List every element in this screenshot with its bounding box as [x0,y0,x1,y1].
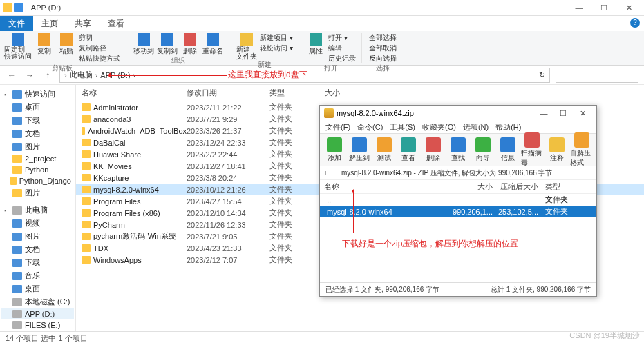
back-button[interactable]: ← [6,69,18,81]
zip-menu-opt[interactable]: 选项(N) [463,122,489,132]
zip-add-button[interactable]: 添加 [323,137,346,163]
history-button[interactable]: 历史记录 [328,54,356,63]
minimize-button[interactable]: — [567,0,591,16]
breadcrumb-pc[interactable]: 此电脑 [70,70,93,80]
pin-button[interactable]: 固定到 快速访问 [4,33,32,60]
zip-col-packed[interactable]: 压缩后大小 [493,181,541,192]
zip-wizard-button[interactable]: 向导 [471,137,495,163]
breadcrumb[interactable]: › 此电脑 › APP (D:) › ↻ [59,68,550,83]
properties-button[interactable]: 属性 [306,33,325,56]
zip-test-button[interactable]: 测试 [372,137,396,163]
watermark: CSDN @19半城烟沙 [569,331,640,341]
zip-find-button[interactable]: 查找 [446,137,470,163]
col-date[interactable]: 修改日期 [187,88,269,98]
zip-menu-fav[interactable]: 收藏夹(O) [422,122,456,132]
forward-button[interactable]: → [23,69,36,81]
zip-info-button[interactable]: 信息 [496,137,520,163]
newitem-button[interactable]: 新建项目 ▾ [260,33,293,43]
paste-button[interactable]: 粘贴 [57,33,76,56]
sidebar-dl2[interactable]: 下载 [1,256,74,269]
delete-button[interactable]: 删除 [180,33,200,56]
up-icon[interactable]: ↑ [324,169,328,177]
tab-home[interactable]: 主页 [33,16,66,31]
zip-delete-button[interactable]: 删除 [422,137,445,163]
zip-scan-button[interactable]: 扫描病毒 [521,132,544,168]
tab-file[interactable]: 文件 [0,16,33,31]
moveto-button[interactable]: 移动到 [133,33,154,56]
selectinvert-button[interactable]: 反向选择 [369,54,397,63]
copy-button[interactable]: 复制 [35,33,54,56]
zip-header: 名称 大小 压缩后大小 类型 [320,180,596,194]
zip-titlebar: mysql-8.2.0-winx64.zip — ☐ ✕ [320,106,596,121]
rename-button[interactable]: 重命名 [202,33,223,56]
zip-extract-button[interactable]: 解压到 [348,137,371,163]
zip-sfx-button[interactable]: 自解压格式 [570,132,594,168]
selectall-button[interactable]: 全部选择 [369,33,397,43]
sidebar-pics2[interactable]: 图片 [1,186,74,199]
copyto-button[interactable]: 复制到 [157,33,178,56]
maximize-button[interactable]: ☐ [591,0,616,16]
sidebar-python[interactable]: Python [1,164,74,175]
zip-menu-file[interactable]: 文件(F) [325,122,350,132]
zip-maximize[interactable]: ☐ [553,109,573,118]
zip-status-right: 总计 1 文件夹, 990,206,166 字节 [491,285,591,295]
breadcrumb-sep: › [64,71,67,79]
sidebar-project[interactable]: 2_project [1,153,74,164]
sidebar-music[interactable]: 音乐 [1,269,74,282]
zip-comment-button[interactable]: 注释 [545,137,569,163]
zip-row[interactable]: mysql-8.2.0-winx64990,206,1...253,102,5.… [320,206,596,217]
easyaccess-button[interactable]: 轻松访问 ▾ [260,43,293,53]
zip-view-button[interactable]: 查看 [397,137,420,163]
sidebar-downloads[interactable]: 下载 [1,114,74,127]
zip-close[interactable]: ✕ [573,109,592,118]
sidebar-cdisk[interactable]: 本地磁盘 (C:) [1,295,74,308]
zip-pathbar: ↑ mysql-8.2.0-winx64.zip - ZIP 压缩文件, 解包大… [320,166,596,180]
refresh-button[interactable]: ↻ [539,70,545,79]
folder-icon [3,3,12,12]
breadcrumb-sep: › [95,71,98,79]
cut-button[interactable]: 剪切 [79,33,120,43]
sidebar-pics3[interactable]: 图片 [1,230,74,243]
col-name[interactable]: 名称 [76,88,187,98]
zip-col-type[interactable]: 类型 [541,181,576,192]
sidebar-django[interactable]: Python_Django [1,175,74,186]
zip-path-text: mysql-8.2.0-winx64.zip - ZIP 压缩文件, 解包大小为… [341,168,552,178]
sidebar-files[interactable]: FILES (E:) [1,319,74,331]
file-header: 名称 修改日期 类型 大小 [76,85,644,101]
search-input[interactable] [556,68,638,83]
tab-view[interactable]: 查看 [100,16,133,31]
sidebar-desktop2[interactable]: 桌面 [1,282,74,295]
zip-title: mysql-8.2.0-winx64.zip [337,109,414,117]
sidebar-docs[interactable]: 文档 [1,127,74,140]
close-button[interactable]: ✕ [616,0,641,16]
explorer-titlebar: | APP (D:) — ☐ ✕ [0,0,644,16]
sidebar-quickaccess[interactable]: ▪快速访问 [1,88,74,101]
up-button[interactable]: ↑ [41,69,54,81]
col-type[interactable]: 类型 [269,88,325,98]
open-button[interactable]: 打开 ▾ [328,33,356,43]
col-size[interactable]: 大小 [325,88,366,98]
edit-button[interactable]: 编辑 [328,43,356,53]
breadcrumb-loc[interactable]: APP (D:) [100,71,130,79]
zip-col-name[interactable]: 名称 [320,181,444,192]
tab-share[interactable]: 共享 [66,16,100,31]
zip-statusbar: 已经选择 1 文件夹, 990,206,166 字节 总计 1 文件夹, 990… [320,282,596,296]
sidebar-thispc[interactable]: ▪此电脑 [1,204,74,217]
zip-col-size[interactable]: 大小 [444,181,493,192]
copypath-button[interactable]: 复制路径 [79,43,120,53]
sidebar-app[interactable]: APP (D:) [1,308,74,319]
zip-menu-tool[interactable]: 工具(S) [390,122,415,132]
zip-minimize[interactable]: — [534,109,553,118]
ribbon-tabs: 文件 主页 共享 查看 [0,16,644,31]
selectnone-button[interactable]: 全部取消 [369,43,397,53]
sidebar-desktop[interactable]: 桌面 [1,101,74,114]
help-icon[interactable]: ? [630,18,640,28]
sidebar-pics[interactable]: 图片 [1,140,74,153]
zip-menu-cmd[interactable]: 命令(C) [357,122,383,132]
zip-menu-help[interactable]: 帮助(H) [495,122,521,132]
zip-row[interactable]: ..文件夹 [320,194,596,206]
newfolder-button[interactable]: 新建 文件夹 [236,33,257,60]
sidebar-docs2[interactable]: 文档 [1,243,74,256]
pasteshortcut-button[interactable]: 粘贴快捷方式 [79,54,120,63]
sidebar-video[interactable]: 视频 [1,217,74,230]
